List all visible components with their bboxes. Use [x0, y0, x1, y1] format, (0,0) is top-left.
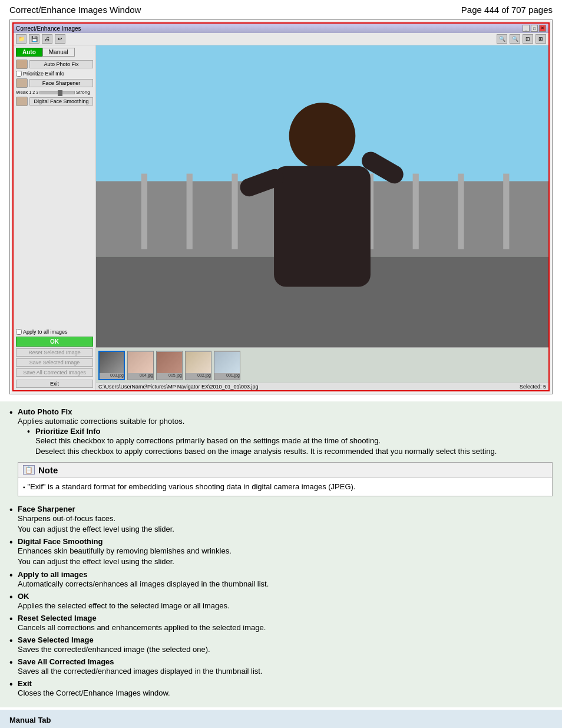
auto-photo-fix-btn[interactable]: Auto Photo Fix [29, 60, 93, 68]
bullet-dot-1: • [9, 408, 18, 417]
bullet-dot-4: • [9, 571, 18, 580]
slider-3: 3 [36, 90, 38, 94]
bullet-apply-all: • Apply to all images Automatically corr… [9, 570, 553, 589]
bullet-auto-photo-fix: • Auto Photo Fix Applies automatic corre… [9, 407, 553, 502]
bullet-dot-3: • [9, 538, 18, 547]
bullet-dot-6: • [9, 614, 18, 624]
bullet-digital-face: • Digital Face Smoothing Enhances skin b… [9, 537, 553, 567]
note-body-item-1: ▪ "Exif" is a standard format for embedd… [23, 482, 547, 492]
toolbar-zoom-in[interactable]: 🔍 [510, 34, 520, 44]
bullet-title-8: Save All Corrected Images [18, 657, 114, 666]
bullet-desc-2: Sharpens out-of-focus faces.You can adju… [18, 513, 553, 535]
bullet-ok: • OK Applies the selected effect to the … [9, 592, 553, 611]
status-bar: C:\Users\UserName\Pictures\MP Navigator … [96, 383, 548, 390]
restore-icon[interactable]: □ [531, 25, 538, 32]
bullet-reset: • Reset Selected Image Cancels all corre… [9, 614, 553, 633]
toolbar-fit[interactable]: ⊡ [523, 34, 533, 44]
screenshot-titlebar: Correct/Enhance Images _ □ ✕ [14, 24, 548, 33]
note-header: 📋 Note [18, 463, 552, 478]
sub-bullet-dot-1: • [27, 427, 35, 436]
toolbar-zoom-out[interactable]: 🔍 [497, 34, 507, 44]
bullet-content-8: Save All Corrected Images Saves all the … [18, 657, 553, 677]
svg-rect-9 [413, 174, 419, 249]
bullet-title-1: Auto Photo Fix [18, 407, 72, 416]
face-sharpener-slider[interactable] [39, 91, 75, 94]
bullet-content-2: Face Sharpener Sharpens out-of-focus fac… [18, 505, 553, 535]
face-sharpener-slider-row: Weak 1 2 3 Strong [16, 90, 93, 95]
bullet-save-selected: • Save Selected Image Saves the correcte… [9, 635, 553, 655]
reset-selected-button[interactable]: Reset Selected Image [16, 348, 93, 357]
bullet-desc-8: Saves all the corrected/enhanced images … [18, 666, 553, 677]
auto-photo-fix-row: Auto Photo Fix [16, 60, 93, 69]
content-area: • Auto Photo Fix Applies automatic corre… [0, 401, 562, 707]
thumbnail-005[interactable]: 005.jpg [156, 351, 183, 380]
thumbnail-004[interactable]: 004.jpg [127, 351, 154, 380]
save-selected-button[interactable]: Save Selected Image [16, 358, 93, 367]
svg-rect-3 [141, 174, 147, 249]
bullet-desc-5: Applies the selected effect to the selec… [18, 601, 553, 611]
svg-rect-11 [503, 174, 509, 249]
ok-button[interactable]: OK [16, 337, 93, 347]
screenshot-inner: Correct/Enhance Images _ □ ✕ 📁 💾 🖨 ↩ 🔍 🔍… [12, 22, 550, 391]
close-icon[interactable]: ✕ [539, 25, 546, 32]
tab-auto[interactable]: Auto [16, 48, 42, 57]
bullet-desc-3: Enhances skin beautifully by removing bl… [18, 546, 553, 567]
svg-point-12 [289, 103, 356, 169]
bullet-content-5: OK Applies the selected effect to the se… [18, 592, 553, 611]
tab-manual[interactable]: Manual [42, 48, 75, 57]
slider-1: 1 [29, 90, 31, 94]
screenshot-body: Auto Manual Auto Photo Fix Prioritize Ex… [14, 45, 548, 390]
note-box: 📋 Note ▪ "Exif" is a standard format for… [18, 462, 553, 496]
prioritize-exif-row: Prioritize Exif Info [16, 71, 93, 77]
face-sharpener-icon [16, 78, 28, 88]
face-sharpener-btn[interactable]: Face Sharpener [29, 79, 93, 87]
bullet-dot-2: • [9, 505, 18, 515]
bullet-title-2: Face Sharpener [18, 505, 75, 513]
bullet-content-1: Auto Photo Fix Applies automatic correct… [18, 407, 553, 502]
digital-face-smoothing-row: Digital Face Smoothing [16, 97, 93, 106]
bullet-content-6: Reset Selected Image Cancels all correct… [18, 614, 553, 633]
prioritize-exif-checkbox[interactable] [16, 71, 22, 77]
minimize-icon[interactable]: _ [523, 25, 530, 32]
save-all-button[interactable]: Save All Corrected Images [16, 368, 93, 377]
thumbnail-003[interactable]: 003.jpg [98, 351, 125, 380]
note-bullet-icon: ▪ [23, 483, 25, 492]
bullet-save-all: • Save All Corrected Images Saves all th… [9, 657, 553, 677]
apply-all-row: Apply to all images [16, 329, 93, 335]
bullet-desc-9: Closes the Correct/Enhance Images window… [18, 688, 553, 699]
toolbar-icon-1[interactable]: 📁 [16, 34, 27, 44]
right-panel: 003.jpg 004.jpg 005.jpg 002.jpg [96, 45, 548, 390]
svg-rect-4 [187, 174, 193, 249]
manual-section: Manual Tab There are two menus on the Ma… [0, 710, 562, 728]
status-path: C:\Users\UserName\Pictures\MP Navigator … [98, 384, 258, 390]
auto-photo-fix-icon [16, 60, 28, 69]
face-sharpener-row: Face Sharpener [16, 78, 93, 88]
note-book-icon: 📋 [23, 465, 35, 475]
slider-strong-label: Strong [76, 90, 90, 95]
page-title: Correct/Enhance Images Window [9, 5, 141, 15]
apply-all-checkbox[interactable] [16, 329, 22, 335]
slider-weak-label: Weak [16, 90, 28, 95]
bullet-title-7: Save Selected Image [18, 635, 94, 644]
toolbar-icon-3[interactable]: 🖨 [42, 34, 52, 44]
status-selected: Selected: 5 [520, 384, 546, 390]
toolbar-icon-2[interactable]: 💾 [29, 34, 39, 44]
screenshot-title: Correct/Enhance Images [16, 25, 81, 32]
digital-face-smoothing-btn[interactable]: Digital Face Smoothing [29, 97, 93, 106]
toolbar-icon-4[interactable]: ↩ [55, 34, 65, 44]
bullet-title-6: Reset Selected Image [18, 614, 97, 622]
screenshot-toolbar: 📁 💾 🖨 ↩ 🔍 🔍 ⊡ ⊞ [14, 33, 548, 45]
svg-rect-5 [232, 174, 237, 249]
bullet-dot-5: • [9, 592, 18, 602]
sub-bullet-desc-1: Select this checkbox to apply correction… [35, 436, 497, 457]
exit-button[interactable]: Exit [16, 380, 93, 388]
page-pagination: Page 444 of 707 pages [461, 5, 553, 15]
thumbnail-001[interactable]: 001.jpg [214, 351, 240, 380]
note-body-text: "Exif" is a standard format for embeddin… [28, 482, 356, 492]
toolbar-full[interactable]: ⊞ [535, 34, 546, 44]
thumb-001-label: 001.jpg [226, 373, 240, 377]
bullet-content-3: Digital Face Smoothing Enhances skin bea… [18, 537, 553, 567]
thumbnail-002[interactable]: 002.jpg [185, 351, 211, 380]
bullet-desc-7: Saves the corrected/enhanced image (the … [18, 644, 553, 655]
note-header-label: Note [38, 465, 58, 475]
